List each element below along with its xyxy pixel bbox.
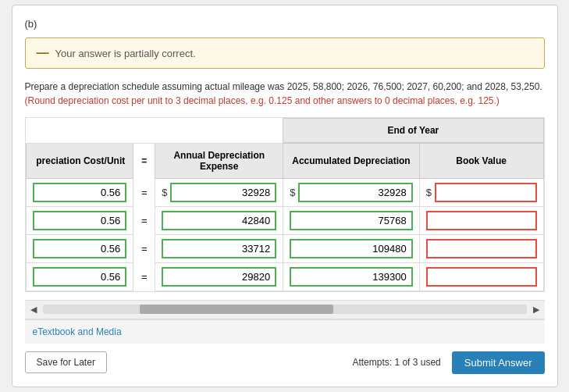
eq-header: = xyxy=(133,143,155,178)
eq-cell: = xyxy=(133,206,155,234)
annual-dep-cell xyxy=(155,234,283,262)
instruction-warning: (Round depreciation cost per unit to 3 d… xyxy=(25,95,500,106)
accum-dep-cell xyxy=(283,206,419,234)
submit-answer-button[interactable]: Submit Answer xyxy=(452,351,545,374)
dollar-sign-accum: $ xyxy=(290,187,295,198)
dep-cost-input[interactable] xyxy=(33,211,127,230)
col1-header: preciation Cost/Unit xyxy=(26,143,133,178)
eq-cell: = xyxy=(133,262,155,290)
dep-cost-cell xyxy=(26,262,133,290)
dep-cost-input[interactable] xyxy=(33,183,127,202)
alert-icon: — xyxy=(37,46,49,60)
annual-dep-input[interactable] xyxy=(162,267,276,287)
attempts-label: Attempts: 1 of 3 used xyxy=(352,357,440,368)
table-row: =$$$ xyxy=(26,178,543,206)
eq-cell: = xyxy=(133,178,155,206)
end-of-year-header: End of Year xyxy=(283,119,543,144)
book-value-cell xyxy=(419,262,543,290)
main-card: (b) — Your answer is partially correct. … xyxy=(12,5,558,387)
book-value-cell xyxy=(419,234,543,262)
alert-box: — Your answer is partially correct. xyxy=(25,37,545,69)
scroll-thumb xyxy=(140,305,333,314)
scroll-right-arrow[interactable]: ▶ xyxy=(530,303,542,316)
scroll-track[interactable] xyxy=(43,305,527,314)
annual-dep-cell xyxy=(155,262,283,290)
book-value-input[interactable] xyxy=(426,211,537,230)
scrollbar[interactable]: ◀ ▶ xyxy=(25,300,545,319)
right-actions: Attempts: 1 of 3 used Submit Answer xyxy=(352,351,544,374)
depreciation-table-wrapper: End of Year preciation Cost/Unit = Annua… xyxy=(25,117,545,292)
annual-dep-input[interactable] xyxy=(170,183,276,202)
dep-cost-cell xyxy=(26,206,133,234)
instruction-block: Prepare a depreciation schedule assuming… xyxy=(25,80,545,108)
etextbook-link[interactable]: eTextbook and Media xyxy=(33,326,122,337)
etextbook-label: eTextbook and Media xyxy=(33,326,122,337)
dollar-sign-annual: $ xyxy=(162,187,167,198)
scroll-left-arrow[interactable]: ◀ xyxy=(27,303,40,316)
col4-header: Book Value xyxy=(419,143,543,178)
accum-dep-input[interactable] xyxy=(290,267,412,287)
save-for-later-button[interactable]: Save for Later xyxy=(25,351,107,373)
alert-text: Your answer is partially correct. xyxy=(55,48,196,59)
dep-cost-cell xyxy=(26,178,133,206)
section-label: (b) xyxy=(25,18,545,30)
table-row: = xyxy=(26,206,543,234)
accum-dep-cell: $ xyxy=(283,178,419,206)
footer-bar: eTextbook and Media xyxy=(25,319,545,344)
table-row: = xyxy=(26,234,543,262)
book-value-input[interactable] xyxy=(426,239,537,258)
dep-cost-input[interactable] xyxy=(33,239,127,258)
depreciation-table: End of Year preciation Cost/Unit = Annua… xyxy=(26,118,544,291)
book-value-input[interactable] xyxy=(426,267,537,287)
dep-cost-input[interactable] xyxy=(33,267,127,287)
accum-dep-input[interactable] xyxy=(290,211,412,230)
accum-dep-input[interactable] xyxy=(298,183,412,202)
header-row-2: preciation Cost/Unit = Annual Depreciati… xyxy=(26,143,543,178)
annual-dep-cell: $ xyxy=(155,178,283,206)
col2-line1: Annual Depreciation xyxy=(173,150,265,161)
header-row-1: End of Year xyxy=(26,119,543,144)
book-value-cell xyxy=(419,206,543,234)
dollar-sign-book: $ xyxy=(426,187,432,198)
accum-dep-cell xyxy=(283,262,419,290)
actions-row: Save for Later Attempts: 1 of 3 used Sub… xyxy=(25,344,545,374)
col3-header: Accumulated Depreciation xyxy=(283,143,419,178)
accum-dep-input[interactable] xyxy=(290,239,412,258)
blank-header-2 xyxy=(155,119,283,144)
table-body: =$$$=== xyxy=(26,178,543,290)
annual-dep-input[interactable] xyxy=(162,211,276,230)
blank-header xyxy=(26,119,155,144)
eq-cell: = xyxy=(133,234,155,262)
col2-line2: Expense xyxy=(200,161,238,172)
annual-dep-input[interactable] xyxy=(162,239,276,258)
instruction-main: Prepare a depreciation schedule assuming… xyxy=(25,81,542,92)
accum-dep-cell xyxy=(283,234,419,262)
col2-header: Annual Depreciation Expense xyxy=(155,143,283,178)
book-value-cell: $ xyxy=(419,178,543,206)
table-row: = xyxy=(26,262,543,290)
book-value-input[interactable] xyxy=(435,183,537,202)
annual-dep-cell xyxy=(155,206,283,234)
dep-cost-cell xyxy=(26,234,133,262)
